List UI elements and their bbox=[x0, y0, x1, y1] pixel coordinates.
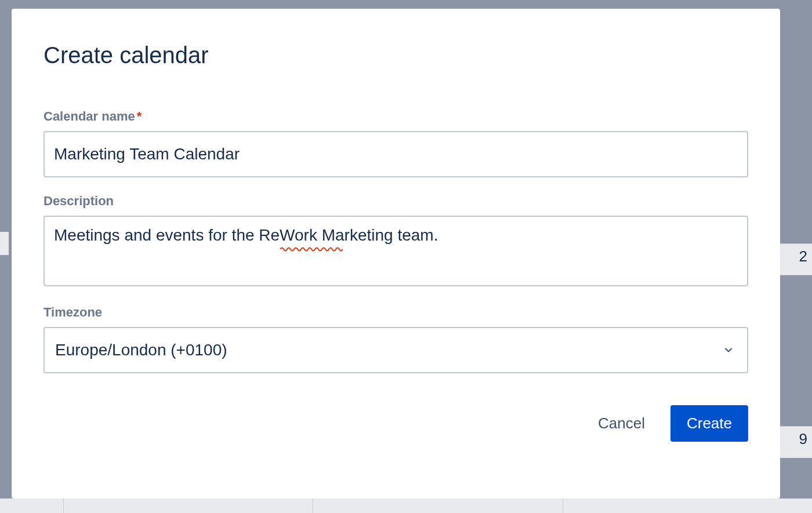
timezone-field-group: Timezone Europe/London (+0100) bbox=[44, 305, 748, 373]
calendar-name-input[interactable] bbox=[44, 131, 748, 177]
grid-row bbox=[0, 499, 812, 513]
create-calendar-modal: Create calendar Calendar name* Descripti… bbox=[12, 9, 780, 499]
grid-cell bbox=[0, 232, 9, 255]
grid-date-cell: 9 bbox=[780, 426, 812, 458]
description-field-group: Description bbox=[44, 194, 748, 289]
create-button[interactable]: Create bbox=[670, 405, 748, 442]
calendar-name-field-group: Calendar name* bbox=[44, 109, 748, 177]
grid-cell bbox=[563, 499, 812, 513]
timezone-label: Timezone bbox=[44, 305, 748, 320]
description-label: Description bbox=[44, 194, 748, 209]
grid-cell bbox=[64, 499, 313, 513]
grid-date-cell: 2 bbox=[780, 243, 812, 275]
timezone-select[interactable]: Europe/London (+0100) bbox=[44, 327, 748, 373]
description-container bbox=[44, 216, 748, 289]
description-input[interactable] bbox=[44, 216, 748, 286]
modal-title: Create calendar bbox=[44, 42, 748, 68]
cancel-button[interactable]: Cancel bbox=[582, 405, 661, 442]
label-text: Calendar name bbox=[44, 109, 135, 123]
timezone-select-container: Europe/London (+0100) bbox=[44, 327, 748, 373]
calendar-name-label: Calendar name* bbox=[44, 109, 748, 124]
grid-cell bbox=[0, 499, 64, 513]
required-indicator: * bbox=[137, 109, 142, 123]
timezone-value: Europe/London (+0100) bbox=[55, 341, 227, 359]
grid-cell bbox=[313, 499, 563, 513]
modal-button-row: Cancel Create bbox=[44, 405, 748, 442]
